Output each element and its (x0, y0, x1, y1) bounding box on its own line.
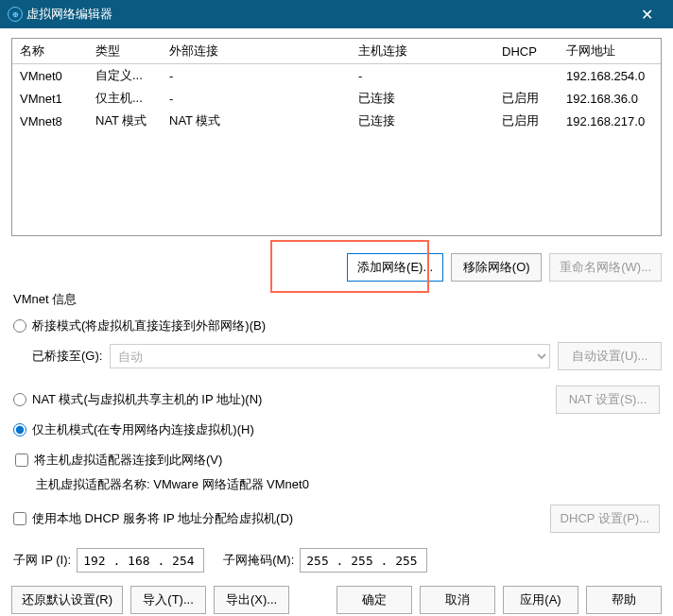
cell-external: - (162, 87, 351, 110)
host-only-label: 仅主机模式(在专用网络内连接虚拟机)(H) (32, 421, 254, 438)
titlebar: ⊕ 虚拟网络编辑器 ✕ (0, 0, 673, 28)
dhcp-option[interactable]: 使用本地 DHCP 服务将 IP 地址分配给虚拟机(D) (13, 510, 293, 527)
import-button[interactable]: 导入(T)... (130, 586, 206, 614)
cell-name: VMnet1 (12, 87, 88, 110)
table-row[interactable]: VMnet8 NAT 模式 NAT 模式 已连接 已启用 192.168.217… (12, 110, 661, 132)
subnet-ip-input[interactable] (77, 548, 204, 573)
col-name[interactable]: 名称 (12, 39, 88, 64)
bridge-to-label: 已桥接至(G): (32, 348, 102, 365)
col-dhcp[interactable]: DHCP (494, 39, 559, 64)
cell-subnet: 192.168.217.0 (559, 110, 661, 132)
cell-type: 自定义... (88, 64, 162, 88)
bridge-mode-option[interactable]: 桥接模式(将虚拟机直接连接到外部网络)(B) (11, 314, 662, 338)
cell-host: - (351, 64, 494, 88)
cell-type: NAT 模式 (88, 110, 162, 132)
dhcp-row: 使用本地 DHCP 服务将 IP 地址分配给虚拟机(D) DHCP 设置(P).… (11, 501, 662, 537)
app-icon: ⊕ (8, 7, 23, 22)
bridge-to-row: 已桥接至(G): 自动 自动设置(U)... (32, 342, 662, 370)
host-only-radio[interactable] (13, 423, 26, 436)
subnet-mask-label: 子网掩码(M): (223, 552, 294, 569)
cell-external: - (162, 64, 351, 88)
subnet-ip-label: 子网 IP (I): (13, 552, 71, 569)
table-row[interactable]: VMnet1 仅主机... - 已连接 已启用 192.168.36.0 (12, 87, 661, 110)
cell-subnet: 192.168.254.0 (559, 64, 661, 88)
content-area: 名称 类型 外部连接 主机连接 DHCP 子网地址 VMnet0 自定义... … (0, 28, 673, 616)
network-table[interactable]: 名称 类型 外部连接 主机连接 DHCP 子网地址 VMnet0 自定义... … (11, 38, 662, 236)
vmnet-info-label: VMnet 信息 (13, 291, 662, 308)
col-subnet[interactable]: 子网地址 (559, 39, 661, 64)
close-button[interactable]: ✕ (628, 0, 665, 28)
nat-setting-button[interactable]: NAT 设置(S)... (556, 385, 660, 414)
cell-type: 仅主机... (88, 87, 162, 110)
bridge-radio[interactable] (13, 319, 26, 333)
auto-setting-button[interactable]: 自动设置(U)... (558, 342, 662, 370)
subnet-row: 子网 IP (I): 子网掩码(M): (13, 548, 660, 573)
network-action-row: 添加网络(E)... 移除网络(O) 重命名网络(W)... (11, 253, 662, 282)
apply-button[interactable]: 应用(A) (503, 586, 578, 614)
table-header-row: 名称 类型 外部连接 主机连接 DHCP 子网地址 (12, 39, 661, 64)
bridge-to-select[interactable]: 自动 (110, 344, 550, 368)
host-adapter-name: 主机虚拟适配器名称: VMware 网络适配器 VMnet0 (36, 476, 662, 493)
window-title: 虚拟网络编辑器 (23, 6, 628, 23)
nat-mode-row: NAT 模式(与虚拟机共享主机的 IP 地址)(N) NAT 设置(S)... (11, 382, 662, 418)
col-type[interactable]: 类型 (88, 39, 162, 64)
ok-button[interactable]: 确定 (336, 586, 412, 614)
dhcp-label: 使用本地 DHCP 服务将 IP 地址分配给虚拟机(D) (32, 510, 293, 527)
nat-mode-option[interactable]: NAT 模式(与虚拟机共享主机的 IP 地址)(N) (13, 391, 262, 408)
connect-host-option[interactable]: 将主机虚拟适配器连接到此网络(V) (13, 448, 662, 472)
nat-label: NAT 模式(与虚拟机共享主机的 IP 地址)(N) (32, 391, 262, 408)
restore-defaults-button[interactable]: 还原默认设置(R) (11, 586, 123, 614)
connect-host-checkbox[interactable] (15, 453, 28, 467)
rename-network-button[interactable]: 重命名网络(W)... (549, 253, 662, 282)
cell-host: 已连接 (351, 87, 494, 110)
nat-radio[interactable] (13, 393, 26, 406)
help-button[interactable]: 帮助 (586, 586, 662, 614)
cell-name: VMnet8 (12, 110, 88, 132)
cell-external: NAT 模式 (162, 110, 351, 132)
remove-network-button[interactable]: 移除网络(O) (451, 253, 542, 282)
dialog-buttons-row: 还原默认设置(R) 导入(T)... 导出(X)... 确定 取消 应用(A) … (11, 586, 662, 614)
cell-subnet: 192.168.36.0 (559, 87, 661, 110)
table-row[interactable]: VMnet0 自定义... - - 192.168.254.0 (12, 64, 661, 88)
cancel-button[interactable]: 取消 (420, 586, 495, 614)
export-button[interactable]: 导出(X)... (214, 586, 289, 614)
subnet-mask-input[interactable] (300, 548, 427, 573)
cell-dhcp (494, 64, 559, 88)
add-network-button[interactable]: 添加网络(E)... (347, 253, 443, 282)
host-only-option[interactable]: 仅主机模式(在专用网络内连接虚拟机)(H) (11, 418, 662, 442)
col-external[interactable]: 外部连接 (162, 39, 351, 64)
dhcp-checkbox[interactable] (13, 512, 26, 525)
cell-dhcp: 已启用 (494, 87, 559, 110)
cell-dhcp: 已启用 (494, 110, 559, 132)
connect-host-label: 将主机虚拟适配器连接到此网络(V) (34, 452, 222, 469)
bridge-label: 桥接模式(将虚拟机直接连接到外部网络)(B) (32, 317, 266, 334)
host-adapter-section: 将主机虚拟适配器连接到此网络(V) 主机虚拟适配器名称: VMware 网络适配… (13, 448, 662, 493)
dhcp-setting-button[interactable]: DHCP 设置(P)... (550, 505, 660, 533)
cell-host: 已连接 (351, 110, 494, 132)
col-host[interactable]: 主机连接 (351, 39, 494, 64)
cell-name: VMnet0 (12, 64, 88, 88)
